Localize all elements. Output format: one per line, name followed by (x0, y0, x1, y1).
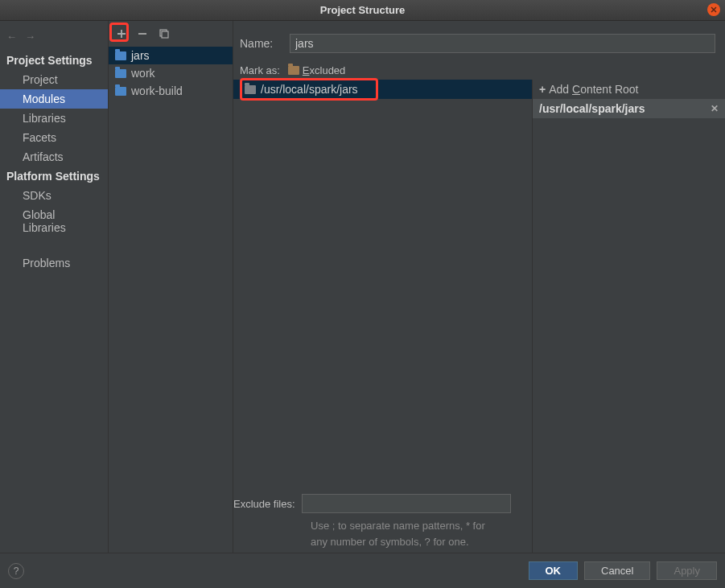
exclude-section: Exclude files: Use ; to separate name pa… (233, 486, 532, 553)
sidebar-item-project[interactable]: Project (0, 70, 108, 89)
name-row: Name: (233, 21, 725, 58)
exclude-hint: Use ; to separate name patterns, * for a… (233, 513, 522, 549)
sidebar-item-facets[interactable]: Facets (0, 128, 108, 147)
ok-button[interactable]: OK (529, 561, 579, 580)
excluded-tag[interactable]: Excluded (288, 64, 345, 76)
content: ← → Project Settings Project Modules Lib… (0, 21, 725, 553)
folder-icon (115, 87, 126, 96)
apply-button[interactable]: Apply (657, 561, 717, 580)
help-icon[interactable]: ? (8, 563, 24, 579)
excluded-label: Excluded (303, 64, 345, 76)
sidebar-item-libraries[interactable]: Libraries (0, 109, 108, 128)
module-label: jars (131, 49, 150, 62)
nav-arrows: ← → (0, 31, 108, 51)
content-root-path-row[interactable]: /usr/local/spark/jars (233, 80, 532, 99)
module-label: work-build (131, 84, 183, 97)
add-content-root-button[interactable]: + Add Content Root (533, 80, 725, 99)
folder-icon (115, 69, 126, 78)
svg-rect-1 (162, 31, 168, 38)
titlebar: Project Structure (0, 0, 725, 21)
folder-excluded-icon (288, 66, 299, 75)
module-item-work-build[interactable]: work-build (109, 82, 233, 100)
sidebar-item-global-libraries[interactable]: Global Libraries (0, 205, 108, 237)
nav-forward-icon[interactable]: → (25, 31, 35, 43)
folder-icon (245, 85, 256, 94)
exclude-files-input[interactable] (302, 494, 511, 513)
name-input[interactable] (290, 34, 715, 53)
sidebar-item-sdks[interactable]: SDKs (0, 186, 108, 205)
module-label: work (131, 67, 155, 80)
plus-icon: + (539, 83, 546, 96)
content-root-path: /usr/local/spark/jars (539, 102, 645, 115)
add-module-icon[interactable] (117, 29, 126, 39)
add-content-root-label: Add Content Root (549, 83, 638, 96)
section-header-platform-settings: Platform Settings (0, 167, 108, 186)
module-list: jars work work-build (109, 47, 233, 553)
section-header-project-settings: Project Settings (0, 51, 108, 70)
sidebar-item-problems[interactable]: Problems (0, 253, 108, 273)
content-root-path: /usr/local/spark/jars (261, 83, 358, 96)
module-toolbar (109, 21, 233, 47)
folder-tree: /usr/local/spark/jars Exclude files: Use… (233, 80, 532, 553)
content-roots-panel: + Add Content Root /usr/local/spark/jars… (532, 80, 725, 553)
copy-module-icon[interactable] (159, 28, 170, 39)
module-panel: jars work work-build (109, 21, 233, 553)
remove-module-icon[interactable] (138, 29, 147, 39)
module-item-work[interactable]: work (109, 64, 233, 82)
sidebar-item-modules[interactable]: Modules (0, 89, 108, 109)
sidebar-item-artifacts[interactable]: Artifacts (0, 147, 108, 167)
cancel-button[interactable]: Cancel (584, 561, 650, 580)
detail-body: /usr/local/spark/jars Exclude files: Use… (233, 80, 725, 553)
close-icon[interactable] (707, 3, 720, 16)
footer: ? OK Cancel Apply (0, 553, 725, 588)
name-label: Name: (240, 37, 282, 50)
folder-icon (115, 51, 126, 60)
markas-label: Mark as: (240, 64, 280, 76)
sidebar: ← → Project Settings Project Modules Lib… (0, 21, 109, 553)
markas-row: Mark as: Excluded (233, 58, 725, 80)
window-title: Project Structure (320, 4, 405, 16)
nav-back-icon[interactable]: ← (6, 31, 17, 43)
content-root-item[interactable]: /usr/local/spark/jars ✕ (533, 99, 725, 118)
exclude-files-label: Exclude files: (233, 498, 295, 510)
module-item-jars[interactable]: jars (109, 47, 233, 64)
detail-panel: Name: Mark as: Excluded /usr/local/spark… (233, 21, 725, 553)
remove-content-root-icon[interactable]: ✕ (711, 103, 719, 114)
